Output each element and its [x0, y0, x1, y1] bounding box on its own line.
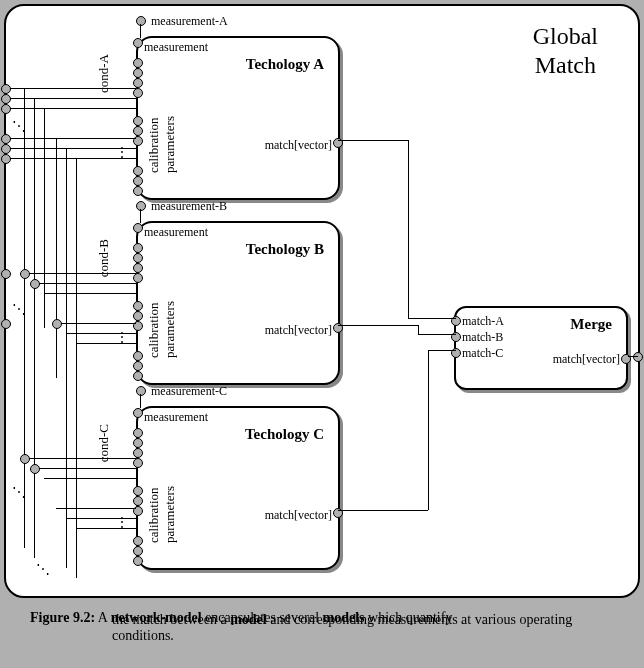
tech-box-a: Techology A measurement calibration para…	[136, 36, 340, 200]
wire	[56, 323, 136, 324]
port	[133, 78, 143, 88]
wire	[44, 108, 45, 328]
port	[133, 371, 143, 381]
port	[133, 351, 143, 361]
frame-port	[1, 154, 11, 164]
ddots-icon: ⋱	[12, 301, 26, 318]
port	[133, 458, 143, 468]
wire	[418, 334, 456, 335]
wire	[428, 350, 456, 351]
wire	[34, 98, 35, 558]
wire	[76, 528, 136, 529]
frame-port	[1, 84, 11, 94]
wire	[338, 510, 428, 511]
wire	[408, 318, 456, 319]
port	[133, 361, 143, 371]
junction	[30, 279, 40, 289]
ddots-icon: ⋱	[12, 118, 26, 135]
wire	[10, 148, 136, 149]
ext-measurement-b: measurement-B	[151, 199, 227, 214]
frame-port	[1, 144, 11, 154]
port	[133, 186, 143, 196]
external-port	[136, 386, 146, 396]
wire	[56, 508, 136, 509]
junction	[30, 464, 40, 474]
tech-b-match-label: match[vector]	[265, 323, 332, 338]
tech-b-title: Techology B	[246, 241, 324, 258]
cond-b-label: cond-B	[96, 239, 112, 277]
global-title-l2: Match	[535, 52, 596, 78]
port	[133, 448, 143, 458]
wire	[66, 518, 136, 519]
wire	[24, 458, 136, 459]
wire	[76, 158, 77, 578]
wire	[428, 350, 429, 510]
tech-c-calib-label: calibration parameters	[146, 486, 178, 543]
frame-port	[1, 319, 11, 329]
wire	[66, 333, 136, 334]
wire	[44, 478, 136, 479]
tech-c-title: Techology C	[245, 426, 324, 443]
wire	[34, 283, 136, 284]
wire	[56, 138, 57, 378]
wire	[10, 158, 136, 159]
figure-caption: Figure 9.2: A network-model encapsulates…	[0, 598, 644, 660]
wire	[10, 98, 136, 99]
port	[133, 428, 143, 438]
merge-in-c: match-C	[462, 346, 503, 361]
port	[133, 68, 143, 78]
port	[133, 273, 143, 283]
caption-text-cont: the match between a model and correspond…	[30, 612, 614, 644]
frame-port	[1, 269, 11, 279]
merge-title: Merge	[570, 316, 612, 333]
port	[133, 58, 143, 68]
merge-in-a: match-A	[462, 314, 504, 329]
cond-c-label: cond-C	[96, 424, 112, 462]
tech-box-c: Techology C measurement calibration para…	[136, 406, 340, 570]
tech-b-calib-label: calibration parameters	[146, 301, 178, 358]
vdots-icon	[118, 144, 120, 164]
vdots-icon	[118, 514, 120, 534]
wire	[408, 140, 409, 318]
external-port	[136, 16, 146, 26]
merge-box: Merge match-A match-B match-C match[vect…	[454, 306, 628, 390]
tech-box-b: Techology B measurement calibration para…	[136, 221, 340, 385]
frame-port	[1, 104, 11, 114]
port	[133, 536, 143, 546]
diagram-frame: Global Match Techology A measurement cal…	[4, 4, 640, 598]
frame-port	[1, 134, 11, 144]
merge-out: match[vector]	[553, 352, 620, 367]
wire	[140, 394, 141, 408]
port	[133, 176, 143, 186]
wire	[76, 343, 136, 344]
wire	[10, 108, 136, 109]
frame-port	[633, 352, 643, 362]
wire	[418, 325, 419, 334]
port	[133, 556, 143, 566]
wire	[10, 88, 136, 89]
wire	[628, 356, 638, 357]
junction	[52, 319, 62, 329]
junction	[20, 454, 30, 464]
global-title: Global Match	[533, 22, 598, 80]
wire	[24, 88, 25, 548]
port	[133, 253, 143, 263]
global-title-l1: Global	[533, 23, 598, 49]
port	[133, 546, 143, 556]
port	[133, 408, 143, 418]
wire	[10, 138, 136, 139]
port	[133, 166, 143, 176]
tech-b-measurement-label: measurement	[144, 225, 208, 240]
wire	[140, 209, 141, 223]
tech-c-measurement-label: measurement	[144, 410, 208, 425]
wire	[338, 325, 418, 326]
junction	[20, 269, 30, 279]
tech-a-calib-label: calibration parameters	[146, 116, 178, 173]
port	[133, 438, 143, 448]
ddots-icon: ⋱	[36, 561, 50, 578]
port	[133, 496, 143, 506]
port	[133, 301, 143, 311]
port	[133, 126, 143, 136]
wire	[34, 468, 136, 469]
port	[133, 243, 143, 253]
